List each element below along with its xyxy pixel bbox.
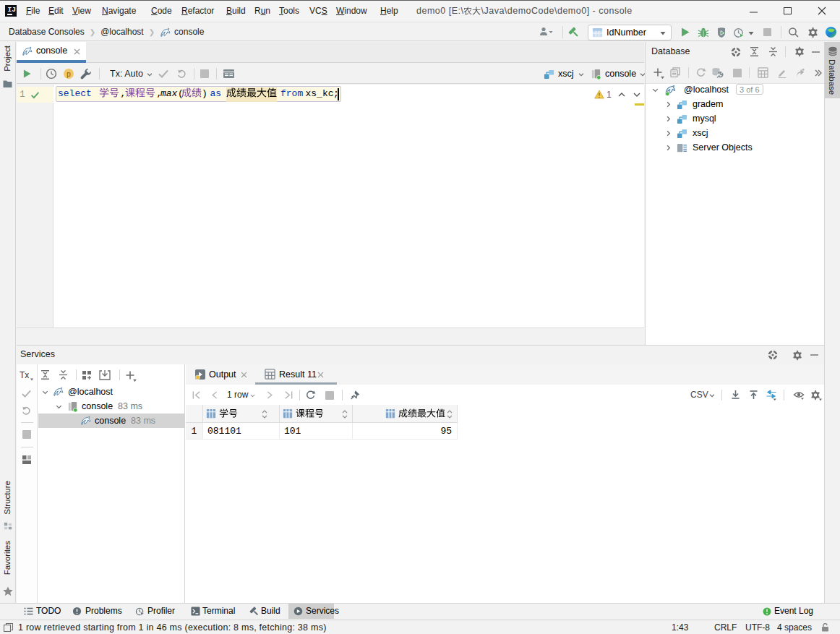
svg-text:p: p bbox=[67, 70, 71, 78]
